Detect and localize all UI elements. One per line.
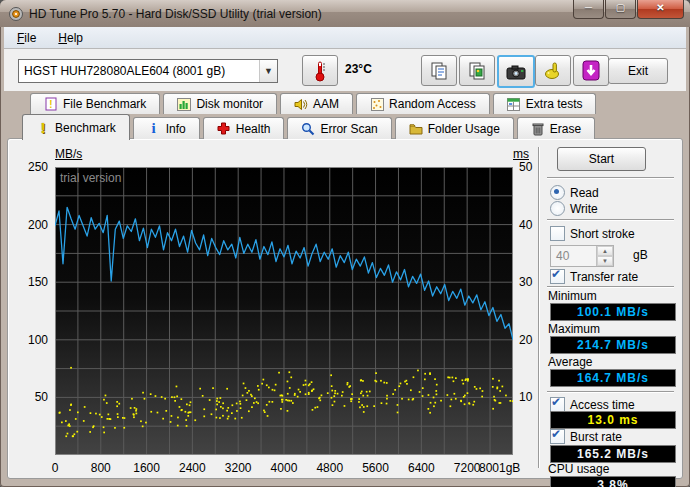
short-stroke-label: Short stroke (570, 227, 635, 241)
y-tick-label: 50 (35, 390, 55, 404)
tab-label: Benchmark (55, 121, 116, 135)
short-stroke-row[interactable]: Short stroke (550, 226, 635, 241)
tab-error-scan[interactable]: Error Scan (287, 117, 391, 139)
separator (547, 391, 674, 393)
left-axis-title: MB/s (55, 147, 82, 161)
right-axis-title: ms (513, 147, 529, 161)
read-label: Read (570, 186, 599, 200)
copy-text-icon (430, 61, 448, 81)
tab-label: Folder Usage (428, 122, 500, 136)
tab-label: Health (236, 122, 271, 136)
drive-select-value: HGST HUH728080ALE604 (8001 gB) (19, 64, 259, 78)
write-label: Write (570, 202, 598, 216)
average-value: 164.7 MB/s (550, 369, 676, 387)
tab-label: Error Scan (320, 122, 377, 136)
download-button[interactable] (573, 55, 609, 86)
x-axis-end-label: 8001gB (479, 455, 520, 475)
copy-image-icon (468, 61, 486, 81)
temperature-value: 23°C (345, 62, 372, 76)
x-tick-label: 4000 (271, 455, 298, 475)
health-cross-icon (217, 122, 231, 136)
x-tick-label: 3200 (225, 455, 252, 475)
short-stroke-stepper[interactable]: 40 ▲▼ (550, 245, 614, 267)
read-radio[interactable] (550, 185, 565, 200)
tab-random-access[interactable]: Random Access (356, 93, 490, 114)
short-stroke-checkbox[interactable] (550, 226, 565, 241)
svg-text:!: ! (49, 99, 52, 110)
x-tick-label: 6400 (408, 455, 435, 475)
y-tick-label: 150 (28, 275, 55, 289)
tab-label: Random Access (389, 97, 476, 111)
tab-disk-monitor[interactable]: Disk monitor (163, 93, 277, 114)
tab-label: Info (166, 122, 186, 136)
start-button[interactable]: Start (557, 147, 646, 171)
tab-folder-usage[interactable]: Folder Usage (395, 117, 514, 139)
minimize-button[interactable]: ─ (573, 0, 604, 19)
burst-rate-value: 165.2 MB/s (550, 445, 676, 463)
hand-button[interactable] (535, 55, 571, 86)
trash-icon (531, 122, 545, 136)
folder-icon (409, 122, 423, 136)
average-label: Average (548, 355, 592, 369)
minimum-label: Minimum (548, 289, 597, 303)
burst-rate-checkbox[interactable] (550, 429, 565, 444)
tab-label: AAM (313, 97, 339, 111)
screenshot-button[interactable] (497, 55, 535, 88)
y-tick-label: 250 (28, 160, 55, 174)
y-tick-label: 50 (513, 160, 532, 174)
access-time-checkbox[interactable] (550, 397, 565, 412)
tab-info[interactable]: i Info (133, 117, 200, 139)
read-radio-row[interactable]: Read (550, 185, 599, 200)
separator (547, 286, 674, 288)
stepper-arrows[interactable]: ▲▼ (596, 246, 613, 266)
copy-image-button[interactable] (459, 55, 495, 86)
burst-rate-label: Burst rate (570, 430, 622, 444)
transfer-rate-row[interactable]: Transfer rate (550, 269, 638, 284)
menu-file[interactable]: File (8, 29, 45, 47)
maximum-label: Maximum (548, 322, 600, 336)
access-time-row[interactable]: Access time (550, 397, 635, 412)
write-radio-row[interactable]: Write (550, 201, 598, 216)
tab-erase[interactable]: Erase (517, 117, 595, 139)
app-icon (8, 6, 24, 22)
menu-help[interactable]: Help (49, 29, 92, 47)
title-bar: HD Tune Pro 5.70 - Hard Disk/SSD Utility… (0, 0, 690, 27)
short-stroke-value: 40 (551, 246, 596, 266)
x-tick-label: 1600 (133, 455, 160, 475)
chart-plot-area: trial version (55, 167, 513, 455)
panel-separator-vertical (538, 147, 540, 468)
tab-row-secondary: ! File Benchmark Disk monitor AAM Random… (4, 93, 599, 114)
separator (547, 177, 674, 179)
exit-button[interactable]: Exit (608, 58, 668, 84)
separator (547, 219, 674, 221)
maximize-button[interactable]: ▢ (605, 0, 636, 19)
minimum-value: 100.1 MB/s (550, 303, 676, 321)
camera-icon (506, 64, 526, 80)
x-tick-label: 5600 (362, 455, 389, 475)
transfer-rate-checkbox[interactable] (550, 269, 565, 284)
tab-extra-tests[interactable]: Extra tests (493, 93, 597, 114)
burst-rate-row[interactable]: Burst rate (550, 429, 622, 444)
write-radio[interactable] (550, 201, 565, 216)
tab-aam[interactable]: AAM (280, 93, 353, 114)
tab-health[interactable]: Health (203, 117, 285, 139)
y-tick-label: 200 (28, 218, 55, 232)
drive-select[interactable]: HGST HUH728080ALE604 (8001 gB) ▼ (18, 59, 278, 83)
benchmark-chart: trial version 25020015010050504030201008… (55, 167, 513, 455)
benchmark-panel: MB/s ms trial version 250200150100505040… (7, 138, 683, 479)
extra-tests-icon (507, 97, 521, 111)
maximum-value: 214.7 MB/s (550, 336, 676, 354)
close-button[interactable]: ✕ (637, 0, 684, 19)
temperature-button[interactable] (302, 55, 338, 86)
tab-label: Extra tests (526, 97, 583, 111)
tab-file-benchmark[interactable]: ! File Benchmark (30, 93, 160, 114)
menu-bar: File Help (4, 27, 686, 49)
x-tick-label: 800 (91, 455, 111, 475)
copy-text-button[interactable] (421, 55, 457, 86)
tab-label: Disk monitor (196, 97, 263, 111)
window-title: HD Tune Pro 5.70 - Hard Disk/SSD Utility… (29, 7, 322, 21)
cpu-usage-label: CPU usage (548, 462, 609, 476)
stepper-down-icon: ▼ (597, 256, 613, 266)
tab-benchmark[interactable]: ! Benchmark (22, 114, 130, 140)
thermometer-icon (314, 60, 326, 82)
